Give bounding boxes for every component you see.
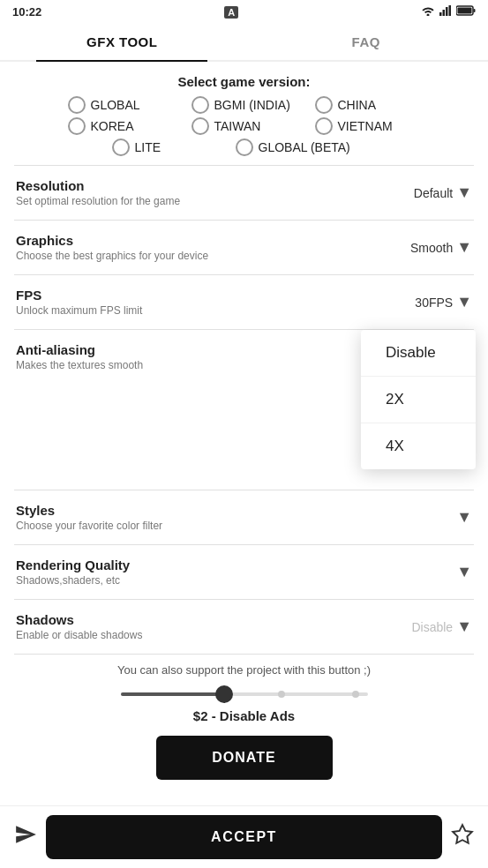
price-label: $2 - Disable Ads [0,708,488,723]
dropdown-option-disable[interactable]: Disable [361,330,476,377]
radio-korea [68,117,86,135]
graphics-chevron: ▼ [456,238,472,257]
rendering-quality-desc: Shadows,shaders, etc [16,574,393,587]
rendering-quality-value[interactable]: ▼ [393,563,472,581]
styles-title: Styles [16,503,393,518]
antialiasing-dropdown: Disable 2X 4X [361,330,476,469]
version-row-1: GLOBAL BGMI (INDIA) CHINA [68,96,421,114]
version-global[interactable]: GLOBAL [68,96,174,114]
version-lite[interactable]: LITE [112,138,218,156]
signal-icon [439,5,452,19]
radio-lite [112,138,130,156]
game-version-section: Select game version: GLOBAL BGMI (INDIA)… [0,62,488,165]
support-section: You can also support the project with th… [0,655,488,689]
fps-row: FPS Unlock maximum FPS limit 30FPS ▼ [0,275,488,329]
graphics-value[interactable]: Smooth ▼ [393,238,472,257]
status-app-icon: A [224,6,238,19]
resolution-label: Resolution Set optimal resolution for th… [16,178,393,207]
version-row-2: KOREA TAIWAN VIETNAM [68,117,421,135]
radio-bgmi [191,96,209,114]
svg-rect-2 [446,7,448,16]
resolution-title: Resolution [16,178,393,193]
resolution-desc: Set optimal resolution for the game [16,195,393,207]
graphics-desc: Choose the best graphics for your device [16,250,393,262]
version-korea[interactable]: KOREA [68,117,174,135]
tab-faq[interactable]: FAQ [244,22,489,60]
dropdown-option-4x[interactable]: 4X [361,423,476,469]
slider-container[interactable] [0,689,488,703]
resolution-value[interactable]: Default ▼ [393,183,472,202]
support-text: You can also support the project with th… [18,663,470,677]
slider-dot-right [352,691,359,698]
antialiasing-title: Anti-aliasing [16,342,393,357]
dropdown-option-2x[interactable]: 2X [361,377,476,423]
shadows-desc: Enable or disable shadows [16,629,393,641]
version-grid: GLOBAL BGMI (INDIA) CHINA KOREA TAIWAN [0,96,488,165]
version-global-beta[interactable]: GLOBAL (BETA) [236,138,377,156]
rendering-quality-title: Rendering Quality [16,557,393,572]
svg-rect-3 [448,5,451,16]
status-bar: 10:22 A [0,0,488,22]
tab-gfx-tool[interactable]: GFX TOOL [0,22,244,60]
radio-global [68,96,86,114]
graphics-label: Graphics Choose the best graphics for yo… [16,233,393,262]
send-icon[interactable] [14,823,37,851]
tab-bar: GFX TOOL FAQ [0,22,488,62]
fps-chevron: ▼ [456,293,472,311]
radio-vietnam [315,117,333,135]
graphics-title: Graphics [16,233,393,248]
graphics-row: Graphics Choose the best graphics for yo… [0,221,488,274]
styles-desc: Choose your favorite color filter [16,520,393,532]
status-time: 10:22 [12,5,41,19]
resolution-chevron: ▼ [456,183,472,202]
styles-row: Styles Choose your favorite color filter… [0,490,488,544]
accept-button[interactable]: ACCEPT [46,815,442,859]
version-china[interactable]: CHINA [315,96,421,114]
antialiasing-label: Anti-aliasing Makes the textures smooth [16,342,393,371]
radio-global-beta [236,138,253,156]
shadows-value[interactable]: Disable ▼ [393,617,472,636]
radio-china [315,96,333,114]
star-icon[interactable] [451,823,474,851]
antialiasing-container: Anti-aliasing Makes the textures smooth … [0,330,488,384]
rendering-quality-row: Rendering Quality Shadows,shaders, etc ▼ [0,545,488,599]
slider-fill [121,692,225,696]
antialiasing-desc: Makes the textures smooth [16,359,393,371]
radio-taiwan [191,117,209,135]
svg-rect-0 [439,12,442,16]
fps-value[interactable]: 30FPS ▼ [393,293,472,311]
svg-rect-1 [442,10,445,16]
fps-label: FPS Unlock maximum FPS limit [16,288,393,317]
shadows-title: Shadows [16,612,393,627]
version-bgmi[interactable]: BGMI (INDIA) [191,96,297,114]
rendering-quality-label: Rendering Quality Shadows,shaders, etc [16,557,393,587]
version-row-3: LITE GLOBAL (BETA) [112,138,377,156]
wifi-icon [421,5,435,19]
svg-rect-6 [457,8,471,14]
game-version-title: Select game version: [0,62,488,96]
shadows-row: Shadows Enable or disable shadows Disabl… [0,600,488,654]
slider-track[interactable] [121,692,368,696]
version-vietnam[interactable]: VIETNAM [315,117,421,135]
rendering-quality-chevron: ▼ [456,563,472,581]
shadows-chevron: ▼ [456,617,472,636]
styles-chevron: ▼ [456,508,472,527]
styles-label: Styles Choose your favorite color filter [16,503,393,532]
svg-rect-5 [473,9,475,12]
slider-dot-mid [278,691,285,698]
styles-value[interactable]: ▼ [393,508,472,527]
bottom-bar: ACCEPT [0,805,488,868]
fps-title: FPS [16,288,393,303]
version-taiwan[interactable]: TAIWAN [191,117,297,135]
battery-icon [456,5,476,19]
donate-button[interactable]: DONATE [156,736,333,780]
resolution-row: Resolution Set optimal resolution for th… [0,166,488,220]
fps-desc: Unlock maximum FPS limit [16,304,393,317]
slider-thumb[interactable] [215,685,233,703]
shadows-label: Shadows Enable or disable shadows [16,612,393,641]
